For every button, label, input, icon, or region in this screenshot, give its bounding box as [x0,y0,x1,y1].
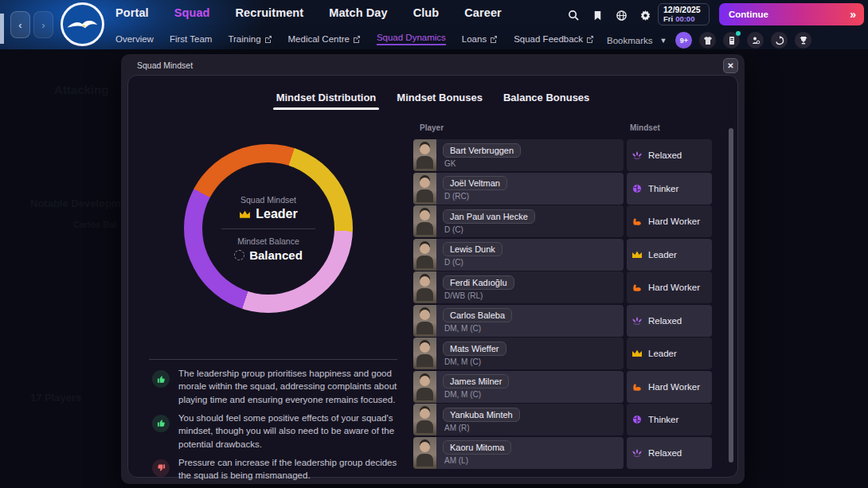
history-back-button[interactable]: ‹ [10,11,30,38]
nav-squad[interactable]: Squad [174,6,210,19]
bookmark-icon[interactable] [591,9,604,22]
mindset-balance-label: Mindset Balance [237,236,299,246]
table-row[interactable]: Lewis Dunk D (C) Leader [413,239,716,271]
player-cell[interactable]: Bart Verbruggen GK [413,139,624,171]
player-photo [413,139,436,171]
continue-label: Continue [729,10,768,19]
mindset-value: Leader [648,250,677,260]
sync-refresh-icon[interactable] [771,32,788,49]
kit-shirt-icon[interactable] [699,32,716,49]
player-position: AM (L) [443,456,511,465]
subnav-right-group: Bookmarks ▼ 9+ [607,32,811,49]
player-name[interactable]: James Milner [443,374,509,388]
thumbs-down-icon [152,459,170,477]
section-divider [149,359,397,360]
table-row[interactable]: Yankuba Minteh AM (R) Thinker [413,404,716,435]
sub-nav: Overview First Team Training Medical Cen… [115,33,594,45]
player-cell[interactable]: Joël Veltman D (RC) [413,173,624,205]
trophy-icon[interactable] [795,32,811,49]
player-cell[interactable]: Yankuba Minteh AM (R) [413,404,624,435]
crown-icon [631,249,643,260]
player-position: D (C) [443,258,502,267]
player-name[interactable]: Joël Veltman [443,176,507,190]
player-name[interactable]: Mats Wieffer [443,342,506,356]
mindset-value: Thinker [648,184,678,193]
tab-mindset-bonuses[interactable]: Mindset Bonuses [397,92,483,110]
table-row[interactable]: Jan Paul van Hecke D (C) Hard Worker [413,205,716,237]
bicep-icon [631,216,643,227]
mindset-effect-item: Pressure can increase if the leadership … [152,456,407,482]
player-name[interactable]: Yankuba Minteh [443,408,520,422]
notifications-badge[interactable]: 9+ [675,32,692,49]
close-button[interactable]: ✕ [723,58,738,73]
tab-balance-bonuses[interactable]: Balance Bonuses [503,92,589,110]
table-row[interactable]: Mats Wieffer DM, M (C) Leader [413,338,716,369]
top-icon-group [567,9,652,22]
player-cell[interactable]: Mats Wieffer DM, M (C) [413,338,624,369]
squad-mindset-value: Leader [239,207,297,221]
nav-match-day[interactable]: Match Day [329,6,387,19]
player-cell[interactable]: Jan Paul van Hecke D (C) [413,205,624,237]
subnav-first-team[interactable]: First Team [170,34,212,44]
player-photo [413,239,436,271]
player-cell[interactable]: Carlos Baleba DM, M (C) [413,305,624,337]
game-date-box[interactable]: 12/9/2025 Fri00:00 [658,3,710,25]
scouting-person-icon[interactable] [747,32,764,49]
effect-text: You should feel some positive effects of… [178,412,405,451]
player-cell[interactable]: Ferdi Kadıoğlu D/WB (RL) [413,271,624,303]
nav-career[interactable]: Career [464,6,502,19]
bookmarks-dropdown[interactable]: Bookmarks [607,36,653,45]
squad-mindset-dialog: Squad Mindset ✕ Mindset Distribution Min… [121,54,745,484]
continue-button[interactable]: Continue » [719,3,864,25]
player-cell[interactable]: Kaoru Mitoma AM (L) [413,437,624,469]
squad-mindset-label: Squad Mindset [240,195,296,205]
tab-mindset-distribution[interactable]: Mindset Distribution [276,92,377,110]
table-row[interactable]: Ferdi Kadıoğlu D/WB (RL) Hard Worker [413,271,716,303]
external-link-icon [264,35,272,43]
player-name[interactable]: Kaoru Mitoma [443,440,511,455]
table-row[interactable]: Kaoru Mitoma AM (L) Relaxed [413,437,716,469]
club-crest-icon[interactable] [61,2,104,46]
external-link-icon [490,35,498,43]
player-name[interactable]: Jan Paul van Hecke [443,209,535,224]
nav-club[interactable]: Club [413,6,440,19]
player-name[interactable]: Bart Verbruggen [443,143,521,158]
player-name[interactable]: Ferdi Kadıoğlu [443,275,514,290]
subnav-medical-centre[interactable]: Medical Centre [288,34,361,44]
mindset-donut-chart: Squad Mindset Leader Mindset Balance Bal… [184,144,353,313]
top-navigation-bar: ‹ › Portal Squad Recruitment Match Day C… [0,0,868,49]
chevron-down-icon[interactable]: ▼ [660,37,667,45]
globe-icon[interactable] [615,9,628,22]
player-cell[interactable]: Lewis Dunk D (C) [413,239,624,271]
brain-icon [631,414,643,425]
table-row[interactable]: James Milner DM, M (C) Hard Worker [413,371,716,403]
player-name[interactable]: Carlos Baleba [443,308,512,322]
balanced-circle-icon [234,250,244,260]
player-cell[interactable]: James Milner DM, M (C) [413,371,624,403]
table-row[interactable]: Bart Verbruggen GK Relaxed [413,139,716,171]
subnav-squad-feedback[interactable]: Squad Feedback [514,34,594,44]
table-row[interactable]: Carlos Baleba DM, M (C) Relaxed [413,305,716,337]
subnav-overview[interactable]: Overview [115,34,154,44]
subnav-squad-dynamics[interactable]: Squad Dynamics [377,33,446,45]
mindset-value: Relaxed [648,448,682,458]
bicep-icon [631,282,643,293]
table-scrollbar[interactable] [729,128,733,463]
player-photo [413,371,436,403]
mindset-value: Hard Worker [648,382,700,392]
player-photo [413,173,436,205]
donut-center: Squad Mindset Leader Mindset Balance Bal… [202,162,334,295]
mindset-cell: Relaxed [627,305,712,337]
gear-icon[interactable] [639,9,652,22]
subnav-loans[interactable]: Loans [462,34,498,44]
history-forward-button[interactable]: › [33,11,53,38]
nav-portal[interactable]: Portal [115,6,149,19]
crown-icon [239,209,251,220]
main-nav: Portal Squad Recruitment Match Day Club … [115,6,502,19]
report-card-icon[interactable] [723,32,740,49]
player-name[interactable]: Lewis Dunk [443,242,502,256]
nav-recruitment[interactable]: Recruitment [236,6,304,19]
subnav-training[interactable]: Training [228,34,272,44]
table-row[interactable]: Joël Veltman D (RC) Thinker [413,173,716,205]
search-icon[interactable] [567,9,581,22]
